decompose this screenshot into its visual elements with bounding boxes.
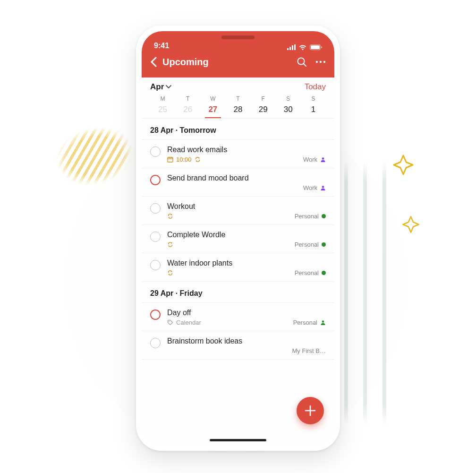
page-title: Upcoming: [162, 57, 209, 68]
task-checkbox[interactable]: [150, 175, 161, 185]
days-row: M25T26W27T28F29S30S1: [150, 95, 326, 118]
day-of-week: S: [276, 95, 301, 102]
task-title: Day off: [167, 309, 326, 317]
task-meta-left: 10:00: [167, 156, 201, 163]
task-checkbox[interactable]: [150, 146, 161, 157]
phone-notch: [198, 31, 278, 43]
project-dot-icon: [322, 271, 326, 275]
task-checkbox[interactable]: [150, 260, 161, 270]
calendar-strip: Apr Today M25T26W27T28F29S30S1: [142, 77, 334, 119]
task-meta: Work: [167, 184, 326, 191]
svg-point-10: [320, 61, 322, 63]
home-indicator: [210, 439, 266, 441]
task-project: Personal: [293, 319, 326, 326]
person-icon: [320, 185, 326, 191]
task-meta: Personal: [167, 269, 326, 276]
task-row[interactable]: Read work emails10:00Work: [142, 140, 334, 168]
search-icon: [297, 57, 307, 67]
day-column[interactable]: W27: [200, 95, 225, 118]
status-time: 9:41: [154, 42, 169, 50]
person-icon: [320, 157, 326, 163]
day-column[interactable]: M25: [150, 95, 175, 118]
task-checkbox[interactable]: [150, 338, 161, 348]
task-row[interactable]: Water indoor plantsPersonal: [142, 253, 334, 282]
month-label: Apr: [150, 82, 164, 92]
task-meta-left: [167, 213, 173, 219]
day-column[interactable]: T28: [225, 95, 250, 118]
project-person-icon: [320, 320, 326, 326]
project-name: Personal: [295, 241, 319, 248]
task-body: Brainstorm book ideasMy First B…: [167, 337, 326, 354]
back-button[interactable]: [150, 57, 157, 67]
svg-point-19: [322, 320, 324, 323]
day-of-week: W: [200, 95, 225, 102]
task-meta: CalendarPersonal: [167, 319, 326, 326]
task-label: Calendar: [176, 319, 201, 326]
task-title: Complete Wordle: [167, 231, 326, 239]
day-of-week: T: [225, 95, 250, 102]
decor-sparkle-icon: [401, 215, 420, 234]
task-title: Water indoor plants: [167, 259, 326, 267]
task-row[interactable]: Day offCalendarPersonal: [142, 303, 334, 331]
task-meta-left: Calendar: [167, 319, 201, 326]
more-button[interactable]: [315, 60, 326, 63]
svg-point-16: [322, 157, 324, 160]
wifi-icon: [298, 44, 307, 50]
day-of-week: F: [251, 95, 276, 102]
day-number: 25: [150, 105, 175, 114]
day-column[interactable]: S30: [276, 95, 301, 118]
svg-line-8: [304, 64, 306, 66]
day-column[interactable]: T26: [175, 95, 200, 118]
more-horizontal-icon: [315, 60, 326, 63]
project-name: Personal: [295, 269, 319, 276]
project-person-icon: [320, 185, 326, 191]
day-number: 30: [276, 105, 301, 114]
today-button[interactable]: Today: [305, 82, 326, 92]
recurring-icon: [167, 213, 173, 219]
calendar-icon: [167, 156, 173, 163]
month-selector[interactable]: Apr: [150, 82, 171, 92]
project-name: My First B…: [292, 347, 326, 354]
task-title: Send brand mood board: [167, 174, 326, 182]
task-project: Personal: [295, 213, 326, 220]
svg-point-17: [322, 186, 324, 188]
task-checkbox[interactable]: [150, 310, 161, 320]
task-project: Personal: [295, 241, 326, 248]
recurring-icon: [195, 156, 201, 163]
task-row[interactable]: Complete WordlePersonal: [142, 225, 334, 253]
svg-rect-1: [289, 47, 291, 50]
add-task-fab[interactable]: [297, 397, 324, 424]
svg-rect-5: [311, 45, 320, 49]
section-heading: 28 Apr · Tomorrow: [142, 119, 334, 140]
svg-rect-2: [292, 45, 293, 50]
chevron-left-icon: [150, 57, 157, 67]
project-dot-icon: [322, 214, 326, 218]
task-title: Read work emails: [167, 146, 326, 154]
day-number: 27: [200, 105, 225, 114]
task-row[interactable]: Send brand mood boardWork: [142, 168, 334, 197]
project-name: Personal: [293, 319, 317, 326]
task-row[interactable]: Brainstorm book ideasMy First B…: [142, 331, 334, 360]
battery-icon: [310, 44, 322, 50]
task-list[interactable]: 28 Apr · TomorrowRead work emails10:00Wo…: [142, 119, 334, 445]
day-of-week: M: [150, 95, 175, 102]
day-number: 1: [301, 105, 326, 114]
day-of-week: S: [301, 95, 326, 102]
svg-rect-6: [321, 46, 322, 48]
task-checkbox[interactable]: [150, 203, 161, 214]
project-name: Work: [303, 156, 317, 163]
day-column[interactable]: S1: [301, 95, 326, 118]
day-number: 29: [251, 105, 276, 114]
task-body: WorkoutPersonal: [167, 202, 326, 220]
task-checkbox[interactable]: [150, 232, 161, 242]
plus-icon: [304, 404, 316, 417]
recurring-icon: [167, 241, 173, 248]
day-number: 28: [225, 105, 250, 114]
search-button[interactable]: [297, 57, 307, 67]
day-column[interactable]: F29: [251, 95, 276, 118]
task-time: 10:00: [176, 156, 192, 163]
svg-rect-3: [294, 44, 296, 50]
project-dot-icon: [322, 242, 326, 247]
task-row[interactable]: WorkoutPersonal: [142, 197, 334, 225]
signal-icon: [287, 44, 296, 50]
